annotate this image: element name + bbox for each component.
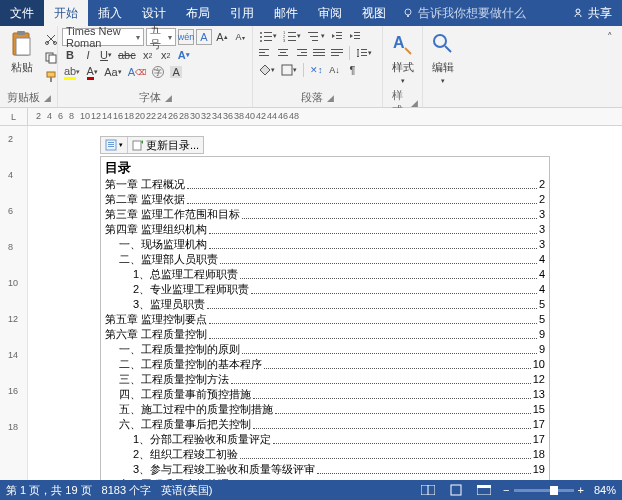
ruler-corner[interactable]: L	[0, 108, 28, 125]
toc-entry[interactable]: 3、监理员职责5	[105, 297, 545, 312]
toc-entry[interactable]: 第一章 工程概况2	[105, 177, 545, 192]
toc-entry-text: 六、工程质量事后把关控制	[119, 417, 251, 432]
toc-leader	[231, 477, 531, 480]
numbering-button[interactable]: 123▾	[281, 28, 303, 44]
tab-home[interactable]: 开始	[44, 0, 88, 26]
tab-references[interactable]: 引用	[220, 0, 264, 26]
tab-layout[interactable]: 布局	[176, 0, 220, 26]
zoom-out-button[interactable]: −	[503, 484, 509, 496]
enclose-char-button[interactable]: 字	[150, 64, 166, 80]
char-border-button[interactable]: A	[196, 29, 212, 45]
collapse-ribbon-button[interactable]: ˄	[602, 29, 618, 45]
multilevel-list-button[interactable]: ▾	[305, 28, 327, 44]
ruler-tick: 14	[102, 111, 112, 121]
toc-entry[interactable]: 五、施工过程中的质量控制措施15	[105, 402, 545, 417]
increase-indent-button[interactable]	[347, 28, 363, 44]
launcher-icon[interactable]: ◢	[44, 93, 51, 103]
toc-entry[interactable]: 1、总监理工程师职责4	[105, 267, 545, 282]
highlight-button[interactable]: ab▾	[62, 64, 82, 80]
tab-insert[interactable]: 插入	[88, 0, 132, 26]
toc-entry[interactable]: 2、专业监理工程师职责4	[105, 282, 545, 297]
launcher-icon[interactable]: ◢	[327, 93, 334, 103]
editing-button[interactable]: 编辑 ▾	[427, 28, 459, 87]
zoom-slider[interactable]: − +	[503, 484, 584, 496]
tab-view[interactable]: 视图	[352, 0, 396, 26]
zoom-value[interactable]: 84%	[594, 484, 616, 496]
strike-button[interactable]: abc	[116, 47, 138, 63]
phonetic-guide-button[interactable]: wén	[178, 29, 194, 45]
font-name-combo[interactable]: Times New Roman▾	[62, 28, 144, 46]
toc-entry[interactable]: 第二章 监理依据2	[105, 192, 545, 207]
char-shading-button[interactable]: A	[168, 64, 184, 80]
toc-entry[interactable]: 第四章 监理组织机构3	[105, 222, 545, 237]
toc-field[interactable]: 目录 第一章 工程概况2第二章 监理依据2第三章 监理工作范围和目标3第四章 监…	[100, 156, 550, 480]
toc-entry[interactable]: 六、工程质量事后把关控制17	[105, 417, 545, 432]
align-left-button[interactable]	[257, 45, 273, 61]
text-effects-button[interactable]: A▾	[176, 47, 192, 63]
bold-button[interactable]: B	[62, 47, 78, 63]
view-readmode-button[interactable]	[419, 483, 437, 497]
font-size-combo[interactable]: 五号▾	[146, 28, 176, 46]
vertical-ruler[interactable]: 24681012141618	[0, 126, 28, 480]
paste-button[interactable]: 粘贴	[4, 28, 40, 77]
status-page[interactable]: 第 1 页，共 19 页	[6, 483, 92, 498]
borders-button[interactable]: ▾	[279, 62, 299, 78]
clear-format-button[interactable]: A⌫	[126, 64, 148, 80]
share-button[interactable]: 共享	[562, 0, 622, 26]
show-marks-button[interactable]: ¶	[345, 62, 361, 78]
sort-button[interactable]: A↓	[327, 62, 343, 78]
toc-entry[interactable]: 四、工程质量事前预控措施13	[105, 387, 545, 402]
decrease-font-button[interactable]: A▾	[232, 29, 248, 45]
align-right-button[interactable]	[293, 45, 309, 61]
italic-button[interactable]: I	[80, 47, 96, 63]
toc-update-button[interactable]: 更新目录...	[128, 137, 203, 153]
justify-button[interactable]	[311, 45, 327, 61]
launcher-icon[interactable]: ◢	[165, 93, 172, 103]
status-language[interactable]: 英语(美国)	[161, 483, 212, 498]
editing-group-label	[427, 104, 459, 105]
toc-entry[interactable]: 二、工程质量控制的基本程序10	[105, 357, 545, 372]
decrease-indent-button[interactable]	[329, 28, 345, 44]
toc-entry[interactable]: 二、监理部人员职责4	[105, 252, 545, 267]
toc-entry[interactable]: 1、分部工程验收和质量评定17	[105, 432, 545, 447]
zoom-in-button[interactable]: +	[578, 484, 584, 496]
tab-mailings[interactable]: 邮件	[264, 0, 308, 26]
launcher-icon[interactable]: ◢	[411, 98, 418, 108]
toc-entry[interactable]: 2、组织工程竣工初验18	[105, 447, 545, 462]
underline-button[interactable]: U▾	[98, 47, 114, 63]
bullets-button[interactable]: ▾	[257, 28, 279, 44]
toc-entry[interactable]: 一、现场监理机构3	[105, 237, 545, 252]
toc-entry[interactable]: 七、工程质量事故处理19	[105, 477, 545, 480]
view-web-button[interactable]	[475, 483, 493, 497]
font-color-button[interactable]: A▾	[84, 64, 100, 80]
ruler-tick: 38	[234, 111, 244, 121]
superscript-button[interactable]: x2	[158, 47, 174, 63]
svg-rect-4	[17, 31, 25, 35]
view-print-button[interactable]	[447, 483, 465, 497]
status-wordcount[interactable]: 8183 个字	[102, 483, 152, 498]
asian-layout-button[interactable]: ✕↕	[308, 62, 325, 78]
tab-review[interactable]: 审阅	[308, 0, 352, 26]
horizontal-ruler[interactable]: 2468101214161820222426283032343638404244…	[28, 108, 622, 125]
toc-options-button[interactable]: ▾	[101, 137, 128, 153]
svg-rect-25	[310, 36, 318, 37]
toc-entry[interactable]: 第五章 监理控制要点5	[105, 312, 545, 327]
change-case-button[interactable]: Aa▾	[102, 64, 123, 80]
increase-font-button[interactable]: A▴	[214, 29, 230, 45]
toc-entry[interactable]: 第六章 工程质量控制9	[105, 327, 545, 342]
document-canvas[interactable]: ▾ 更新目录... 目录 第一章 工程概况2第二章 监理依据2第三章 监理工作范…	[28, 126, 622, 480]
styles-button[interactable]: A 样式 ▾	[387, 28, 418, 87]
toc-entry[interactable]: 3、参与工程竣工验收和质量等级评审19	[105, 462, 545, 477]
tab-file[interactable]: 文件	[0, 0, 44, 26]
subscript-button[interactable]: x2	[140, 47, 156, 63]
ruler-tick: 12	[8, 314, 18, 324]
toc-entry[interactable]: 一、工程质量控制的原则9	[105, 342, 545, 357]
line-spacing-button[interactable]: ▾	[354, 45, 374, 61]
styles-icon: A	[389, 30, 417, 58]
shading-button[interactable]: ▾	[257, 62, 277, 78]
toc-entry[interactable]: 三、工程质量控制方法12	[105, 372, 545, 387]
tell-me[interactable]: 告诉我你想要做什么	[396, 0, 562, 26]
toc-entry[interactable]: 第三章 监理工作范围和目标3	[105, 207, 545, 222]
distributed-button[interactable]	[329, 45, 345, 61]
align-center-button[interactable]	[275, 45, 291, 61]
